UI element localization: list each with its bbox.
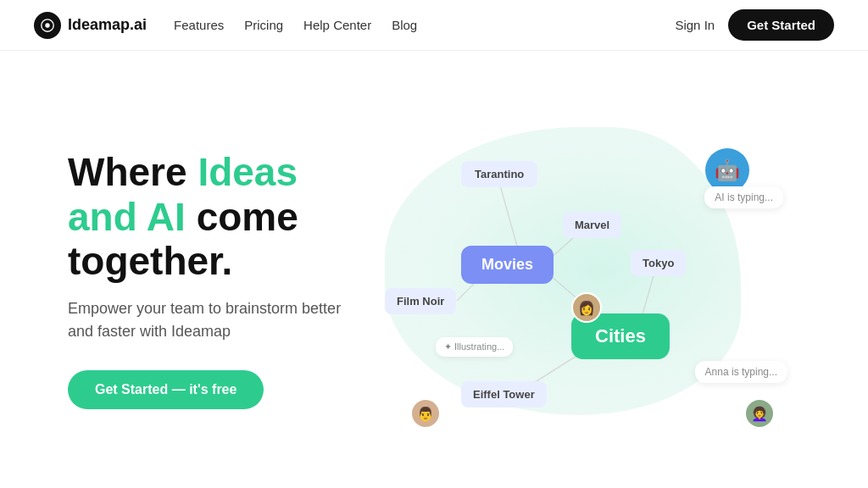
- nav-pricing[interactable]: Pricing: [244, 18, 283, 32]
- anna-typing-bubble: Anna is typing...: [695, 361, 787, 383]
- nav-left: Ideamap.ai Features Pricing Help Center …: [34, 12, 417, 39]
- logo-icon: [34, 12, 61, 39]
- nav-help[interactable]: Help Center: [303, 18, 371, 32]
- hero-section: Where Ideas and AI come together. Empowe…: [0, 51, 868, 488]
- node-film-noir[interactable]: Film Noir: [385, 288, 456, 314]
- node-marvel[interactable]: Marvel: [563, 212, 621, 238]
- hero-headline: Where Ideas and AI come together.: [68, 150, 359, 285]
- ai-typing-bubble: AI is typing...: [704, 186, 783, 208]
- mindmap-visual: Movies Cities Tarantino Marvel Film Noir…: [359, 110, 800, 449]
- svg-point-1: [45, 23, 49, 27]
- node-tokyo[interactable]: Tokyo: [631, 250, 686, 276]
- nav-right: Sign In Get Started: [675, 9, 834, 41]
- sign-in-link[interactable]: Sign In: [675, 18, 715, 32]
- node-eiffel[interactable]: Eiffel Tower: [461, 381, 547, 408]
- nav-links: Features Pricing Help Center Blog: [174, 18, 417, 32]
- logo[interactable]: Ideamap.ai: [34, 12, 147, 39]
- avatar-user-3: 👩‍🦱: [744, 398, 775, 429]
- avatar-user-2: 👨: [410, 398, 441, 429]
- nav-blog[interactable]: Blog: [392, 18, 417, 32]
- hero-cta-button[interactable]: Get Started — it's free: [68, 370, 264, 409]
- node-movies[interactable]: Movies: [461, 246, 554, 284]
- hero-subtext: Empower your team to brainstorm better a…: [68, 297, 359, 343]
- illustrating-bubble: ✦ Illustrating...: [436, 337, 513, 357]
- node-tarantino[interactable]: Tarantino: [461, 161, 537, 187]
- avatar-user-1: 👩: [571, 292, 602, 323]
- headline-plain: Where: [68, 150, 198, 194]
- nav-get-started-button[interactable]: Get Started: [728, 9, 834, 41]
- hero-text: Where Ideas and AI come together. Empowe…: [68, 150, 359, 410]
- nav-features[interactable]: Features: [174, 18, 224, 32]
- navbar: Ideamap.ai Features Pricing Help Center …: [0, 0, 868, 51]
- logo-text: Ideamap.ai: [68, 16, 147, 34]
- blob-background: [385, 127, 741, 415]
